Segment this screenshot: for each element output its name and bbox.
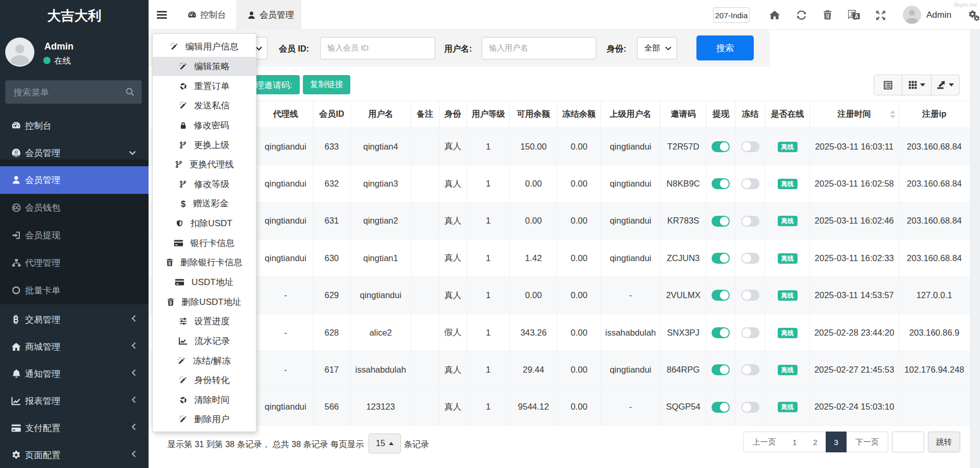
- svg-text:$: $: [181, 200, 186, 208]
- svg-text:A: A: [855, 14, 859, 19]
